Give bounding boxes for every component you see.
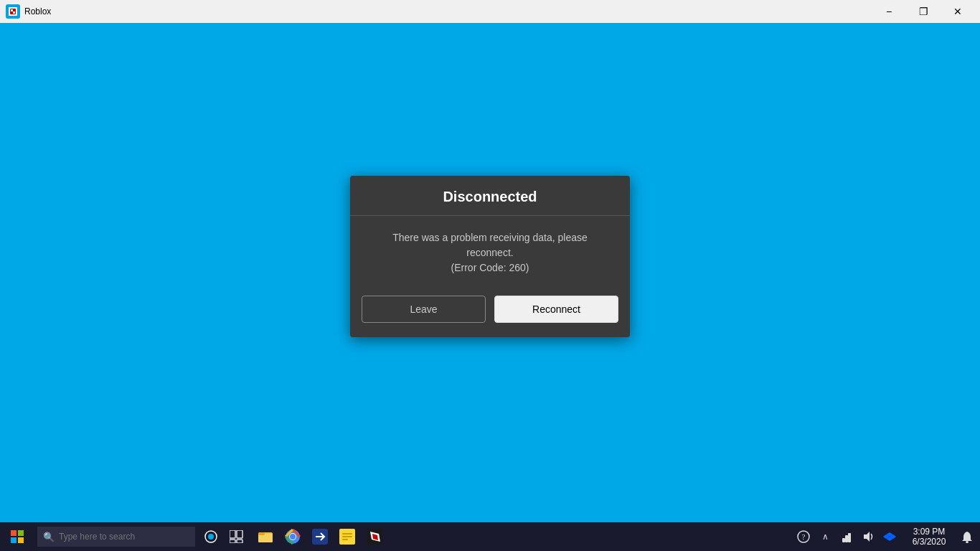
start-button[interactable]: [0, 522, 34, 551]
notification-button[interactable]: [954, 522, 980, 551]
svg-marker-37: [864, 532, 870, 542]
title-bar-left: Roblox: [6, 4, 51, 19]
svg-rect-25: [339, 529, 355, 545]
tray-volume-icon[interactable]: [858, 522, 878, 551]
svg-rect-15: [237, 530, 242, 538]
taskbar: 🔍: [0, 522, 980, 551]
svg-rect-36: [848, 533, 851, 542]
svg-rect-27: [342, 536, 352, 537]
svg-rect-42: [966, 541, 969, 543]
dialog-message: There was a problem receiving data, plea…: [372, 230, 608, 276]
tray-dropbox-icon[interactable]: [880, 522, 900, 551]
search-input[interactable]: [59, 532, 174, 542]
svg-text:?: ?: [802, 532, 806, 541]
taskbar-sticky-notes[interactable]: [334, 522, 360, 551]
svg-point-22: [289, 533, 296, 540]
dialog-title: Disconnected: [443, 189, 537, 204]
search-icon: 🔍: [43, 532, 55, 542]
system-tray: ? ∧: [789, 522, 904, 551]
dialog-body: There was a problem receiving data, plea…: [350, 216, 630, 290]
tray-help-icon[interactable]: ?: [793, 522, 814, 551]
svg-marker-31: [372, 534, 378, 540]
app-icon: [6, 4, 20, 19]
task-view-button[interactable]: [224, 522, 250, 551]
svg-rect-11: [18, 537, 24, 543]
svg-rect-8: [11, 530, 17, 536]
svg-rect-17: [237, 540, 242, 543]
svg-marker-30: [370, 532, 380, 542]
svg-rect-4: [13, 11, 15, 14]
svg-rect-28: [342, 539, 348, 540]
dialog-title-row: Disconnected: [350, 176, 630, 216]
svg-rect-19: [258, 534, 273, 542]
svg-rect-18: [258, 532, 273, 542]
svg-rect-3: [11, 9, 13, 11]
reconnect-button[interactable]: Reconnect: [494, 296, 618, 323]
svg-rect-16: [230, 540, 235, 543]
svg-rect-34: [845, 535, 848, 542]
tray-network-icon[interactable]: [837, 522, 857, 551]
taskbar-right: ? ∧: [789, 522, 980, 551]
svg-point-13: [208, 534, 214, 540]
title-text: Roblox: [24, 6, 51, 17]
taskbar-file-explorer[interactable]: [253, 522, 278, 551]
svg-rect-29: [367, 529, 382, 545]
tray-chevron-icon[interactable]: ∧: [815, 522, 835, 551]
svg-point-21: [286, 529, 300, 544]
leave-button[interactable]: Leave: [362, 296, 486, 323]
close-button[interactable]: ✕: [941, 0, 974, 23]
taskbar-arrow-app[interactable]: [307, 522, 333, 551]
disconnect-dialog: Disconnected There was a problem receivi…: [350, 176, 630, 337]
cortana-button[interactable]: [198, 522, 224, 551]
title-bar-controls: − ❐ ✕: [872, 0, 974, 23]
minimize-button[interactable]: −: [872, 0, 905, 23]
app-area: Disconnected There was a problem receivi…: [0, 23, 980, 522]
svg-rect-10: [11, 537, 17, 543]
svg-rect-14: [230, 530, 235, 538]
taskbar-chrome[interactable]: [280, 522, 306, 551]
svg-point-23: [290, 534, 296, 540]
svg-rect-24: [312, 529, 328, 545]
svg-rect-35: [842, 538, 845, 542]
clock[interactable]: 3:09 PM 6/3/2020: [904, 522, 954, 551]
clock-time: 3:09 PM: [913, 527, 946, 537]
svg-rect-26: [342, 533, 352, 534]
taskbar-icons: [253, 522, 387, 551]
clock-date: 6/3/2020: [913, 537, 946, 547]
svg-point-12: [205, 531, 217, 542]
svg-rect-9: [18, 530, 24, 536]
title-bar: Roblox − ❐ ✕: [0, 0, 980, 23]
dialog-buttons: Leave Reconnect: [350, 290, 630, 337]
svg-rect-20: [258, 532, 265, 535]
search-bar[interactable]: 🔍: [37, 527, 195, 547]
restore-button[interactable]: ❐: [907, 0, 940, 23]
taskbar-roblox[interactable]: [362, 522, 387, 551]
